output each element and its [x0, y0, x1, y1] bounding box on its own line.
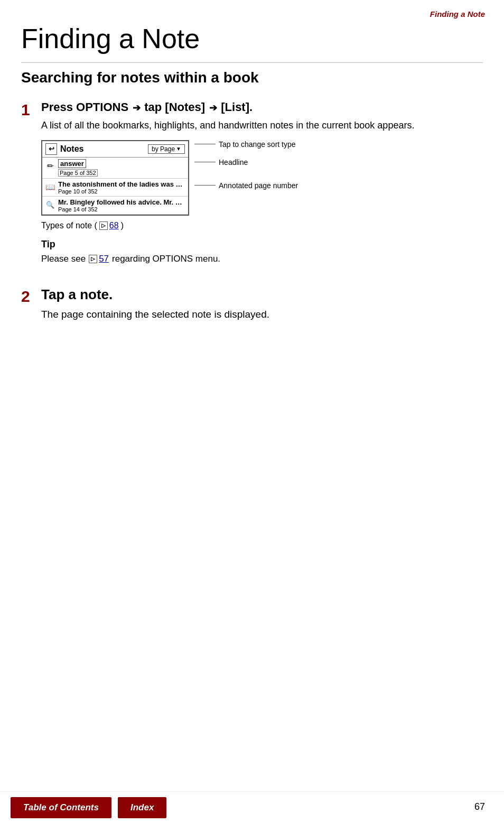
step-2-title: Tap a note. [41, 286, 483, 303]
notes-row-2[interactable]: 📖 The astonishment of the ladies was … P… [42, 179, 188, 197]
back-icon: ↩ [45, 143, 57, 155]
step-1-content: Press OPTIONS ➔ tap [Notes] ➔ [List]. A … [41, 100, 483, 274]
notes-row-3-body: Mr. Bingley followed his advice. Mr. … [58, 198, 186, 206]
types-note-suffix: ) [121, 221, 124, 230]
types-of-note: Types of note ( ▷ 68 ) [41, 221, 483, 230]
step-2-number: 2 [21, 286, 41, 322]
notes-row-3-text: Mr. Bingley followed his advice. Mr. … P… [58, 198, 186, 212]
search-note-icon: 🔍 [44, 199, 56, 211]
annotation-sort: Tap to change sort type [194, 140, 298, 149]
notes-panel-title: Notes [60, 144, 83, 154]
page-number: 67 [474, 801, 485, 812]
types-note-page: 68 [109, 221, 119, 230]
tip-prefix: Please see [41, 252, 86, 266]
annotation-line-2 [194, 162, 216, 162]
chapter-header: Finding a Note [0, 0, 504, 19]
notes-row-1-headline: answer [58, 159, 86, 168]
sort-label: by Page [152, 145, 175, 153]
step-1-title: Press OPTIONS ➔ tap [Notes] ➔ [List]. [41, 100, 483, 115]
annotation-sort-text: Tap to change sort type [219, 140, 296, 149]
notes-panel: ↩ Notes by Page ▼ ✏ answer Page 5 of 352 [41, 140, 189, 216]
annotation-headline-text: Headline [219, 158, 248, 167]
types-note-prefix: Types of note ( [41, 221, 97, 230]
pencil-icon: ✏ [44, 160, 56, 172]
notes-panel-header-left: ↩ Notes [45, 143, 83, 155]
step-1-arrow2: ➔ [209, 103, 220, 113]
toc-button[interactable]: Table of Contents [11, 797, 111, 818]
step-1-press: Press OPTIONS [41, 100, 128, 114]
index-button[interactable]: Index [118, 797, 166, 818]
step-2-body: The page containing the selected note is… [41, 307, 483, 322]
step-1-arrow1: ➔ [133, 103, 143, 113]
step-2: 2 Tap a note. The page containing the se… [0, 278, 504, 327]
tip-body: Please see ▷ 57 regarding OPTIONS menu. [41, 252, 483, 266]
sort-button[interactable]: by Page ▼ [148, 144, 185, 154]
notes-row-3-page: Page 14 of 352 [58, 206, 186, 212]
tip-section: Tip Please see ▷ 57 regarding OPTIONS me… [41, 239, 483, 274]
step-1-body: A list of all the bookmarks, highlights,… [41, 118, 483, 133]
step-1-list: [List]. [221, 100, 253, 114]
step-1: 1 Press OPTIONS ➔ tap [Notes] ➔ [List]. … [0, 96, 504, 278]
step-1-number: 1 [21, 100, 41, 274]
notes-row-1-page: Page 5 of 352 [58, 169, 98, 177]
page-ref-icon: ▷ [99, 221, 108, 230]
step-1-tap: tap [Notes] [144, 100, 205, 114]
chapter-title: Finding a Note [430, 10, 485, 19]
types-note-ref[interactable]: ▷ 68 [99, 221, 119, 230]
tip-ref-icon: ▷ [89, 255, 97, 263]
page-title: Finding a Note [0, 19, 504, 59]
divider [21, 62, 483, 63]
notes-panel-wrapper: ↩ Notes by Page ▼ ✏ answer Page 5 of 352 [41, 140, 483, 216]
tip-page: 57 [99, 252, 109, 266]
notes-row-1[interactable]: ✏ answer Page 5 of 352 [42, 158, 188, 179]
bottom-nav: Table of Contents Index [0, 791, 504, 823]
book-icon: 📖 [44, 181, 56, 193]
notes-row-3[interactable]: 🔍 Mr. Bingley followed his advice. Mr. …… [42, 197, 188, 215]
tip-ref[interactable]: ▷ 57 [89, 252, 109, 266]
annotation-line-1 [194, 144, 216, 144]
annotation-headline: Headline [194, 158, 298, 167]
annotation-page-text: Annotated page number [219, 181, 298, 190]
tip-title: Tip [41, 239, 483, 250]
step-2-content: Tap a note. The page containing the sele… [41, 286, 483, 322]
notes-row-2-body: The astonishment of the ladies was … [58, 180, 186, 188]
annotation-callouts: Tap to change sort type Headline Annotat… [194, 140, 298, 199]
section-title: Searching for notes within a book [0, 66, 504, 96]
annotation-line-3 [194, 185, 216, 186]
tip-suffix: regarding OPTIONS menu. [112, 252, 220, 266]
notes-row-1-text: answer Page 5 of 352 [58, 159, 186, 177]
sort-arrow-icon: ▼ [176, 146, 181, 152]
notes-row-2-page: Page 10 of 352 [58, 188, 186, 195]
annotation-page-num: Annotated page number [194, 181, 298, 190]
notes-panel-header: ↩ Notes by Page ▼ [42, 141, 188, 158]
notes-row-2-text: The astonishment of the ladies was … Pag… [58, 180, 186, 195]
